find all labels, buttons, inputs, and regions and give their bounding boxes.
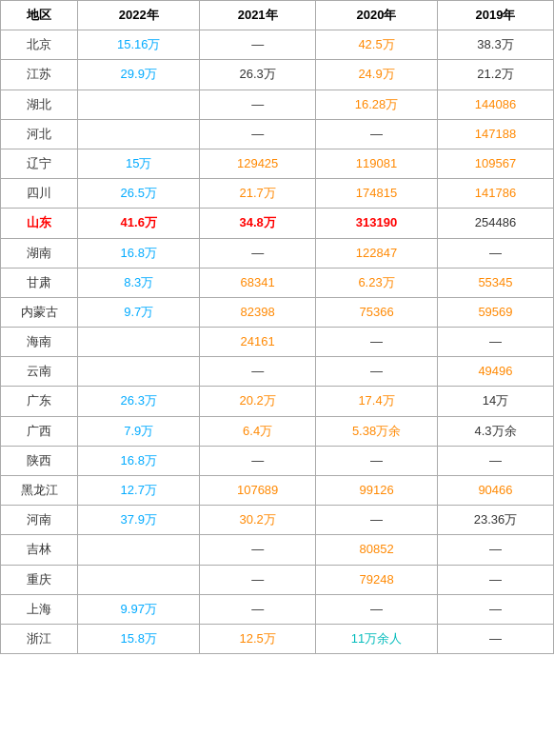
table-cell: 129425 xyxy=(200,149,316,178)
table-cell: — xyxy=(200,238,316,268)
table-cell: 吉林 xyxy=(1,535,78,565)
table-cell: 河南 xyxy=(1,506,78,535)
table-cell: 26.5万 xyxy=(78,179,200,209)
table-cell: 313190 xyxy=(316,209,438,238)
table-row: 重庆—79248— xyxy=(1,565,554,594)
table-cell: 14万 xyxy=(437,387,553,416)
table-cell: 38.3万 xyxy=(437,30,553,60)
table-cell: 甘肃 xyxy=(1,268,78,297)
table-row: 湖北—16.28万144086 xyxy=(1,90,554,119)
column-header: 2020年 xyxy=(316,1,438,30)
table-cell: 广西 xyxy=(1,416,78,446)
table-cell: 30.2万 xyxy=(200,506,316,535)
column-header: 2019年 xyxy=(437,1,553,30)
table-row: 陕西16.8万——— xyxy=(1,446,554,475)
table-cell: 20.2万 xyxy=(200,387,316,416)
table-cell: — xyxy=(200,446,316,475)
table-cell: 21.7万 xyxy=(200,179,316,209)
table-cell: 42.5万 xyxy=(316,30,438,60)
table-cell: 79248 xyxy=(316,565,438,594)
table-cell: 河北 xyxy=(1,119,78,149)
column-header: 地区 xyxy=(1,1,78,30)
table-cell: 山东 xyxy=(1,209,78,238)
table-cell: 23.36万 xyxy=(437,506,553,535)
table-row: 河北——147188 xyxy=(1,119,554,149)
table-row: 山东41.6万34.8万313190254486 xyxy=(1,209,554,238)
table-cell: — xyxy=(437,446,553,475)
table-cell: 55345 xyxy=(437,268,553,297)
table-cell xyxy=(78,535,200,565)
table-cell: 37.9万 xyxy=(78,506,200,535)
table-row: 北京15.16万—42.5万38.3万 xyxy=(1,30,554,60)
table-cell: 4.3万余 xyxy=(437,416,553,446)
table-cell: 15.8万 xyxy=(78,624,200,653)
table-cell: — xyxy=(200,119,316,149)
table-cell: 90466 xyxy=(437,476,553,506)
table-cell: 59569 xyxy=(437,297,553,327)
table-row: 云南——49496 xyxy=(1,357,554,387)
table-cell: 147188 xyxy=(437,119,553,149)
table-cell: 上海 xyxy=(1,594,78,624)
table-cell: — xyxy=(437,594,553,624)
table-cell: 29.9万 xyxy=(78,60,200,90)
data-table: 地区2022年2021年2020年2019年 北京15.16万—42.5万38.… xyxy=(0,0,554,654)
table-cell: 68341 xyxy=(200,268,316,297)
table-cell: — xyxy=(437,624,553,653)
table-cell: 49496 xyxy=(437,357,553,387)
table-cell xyxy=(78,119,200,149)
table-row: 甘肃8.3万683416.23万55345 xyxy=(1,268,554,297)
table-cell: 16.8万 xyxy=(78,238,200,268)
table-cell: — xyxy=(437,238,553,268)
table-cell: 内蒙古 xyxy=(1,297,78,327)
table-cell: — xyxy=(200,565,316,594)
table-cell: 41.6万 xyxy=(78,209,200,238)
table-cell: 122847 xyxy=(316,238,438,268)
table-row: 上海9.97万——— xyxy=(1,594,554,624)
table-cell: 141786 xyxy=(437,179,553,209)
table-cell: 黑龙江 xyxy=(1,476,78,506)
table-cell: 75366 xyxy=(316,297,438,327)
table-row: 河南37.9万30.2万—23.36万 xyxy=(1,506,554,535)
table-cell: — xyxy=(316,594,438,624)
table-cell: 11万余人 xyxy=(316,624,438,653)
table-cell: 17.4万 xyxy=(316,387,438,416)
table-cell: — xyxy=(200,30,316,60)
table-cell: 174815 xyxy=(316,179,438,209)
table-cell: 144086 xyxy=(437,90,553,119)
table-cell: 云南 xyxy=(1,357,78,387)
table-cell: 26.3万 xyxy=(78,387,200,416)
table-cell: 江苏 xyxy=(1,60,78,90)
table-cell: 80852 xyxy=(316,535,438,565)
table-row: 广西7.9万6.4万5.38万余4.3万余 xyxy=(1,416,554,446)
table-row: 辽宁15万129425119081109567 xyxy=(1,149,554,178)
table-row: 海南24161—— xyxy=(1,328,554,357)
table-row: 广东26.3万20.2万17.4万14万 xyxy=(1,387,554,416)
table-cell: — xyxy=(316,506,438,535)
table-cell: — xyxy=(316,328,438,357)
table-cell: 24.9万 xyxy=(316,60,438,90)
table-row: 黑龙江12.7万1076899912690466 xyxy=(1,476,554,506)
table-row: 江苏29.9万26.3万24.9万21.2万 xyxy=(1,60,554,90)
table-cell: — xyxy=(437,565,553,594)
table-row: 湖南16.8万—122847— xyxy=(1,238,554,268)
table-cell: 12.5万 xyxy=(200,624,316,653)
table-cell: — xyxy=(200,90,316,119)
table-cell: — xyxy=(200,357,316,387)
table-cell xyxy=(78,357,200,387)
table-cell xyxy=(78,565,200,594)
table-cell: 6.23万 xyxy=(316,268,438,297)
table-cell: 浙江 xyxy=(1,624,78,653)
table-cell: 四川 xyxy=(1,179,78,209)
table-cell xyxy=(78,328,200,357)
table-cell: 254486 xyxy=(437,209,553,238)
table-cell: — xyxy=(316,446,438,475)
column-header: 2021年 xyxy=(200,1,316,30)
table-cell: 辽宁 xyxy=(1,149,78,178)
table-cell: 107689 xyxy=(200,476,316,506)
table-cell: 16.28万 xyxy=(316,90,438,119)
table-cell: 9.7万 xyxy=(78,297,200,327)
table-cell: 广东 xyxy=(1,387,78,416)
table-cell: — xyxy=(200,594,316,624)
table-cell: 重庆 xyxy=(1,565,78,594)
table-cell: 海南 xyxy=(1,328,78,357)
